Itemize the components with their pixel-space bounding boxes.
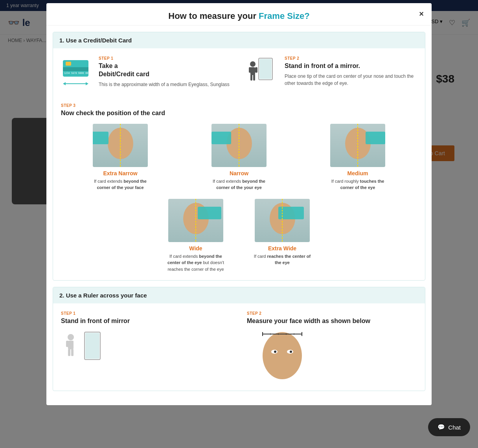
mirror-svg xyxy=(247,56,278,92)
ruler-steps-row: STEP 1 Stand in front of mirror xyxy=(61,311,417,383)
section-ruler: 2. Use a Ruler across your face STEP 1 S… xyxy=(53,287,425,391)
svg-point-22 xyxy=(68,334,74,340)
narrow-label: Narrow xyxy=(208,170,270,176)
extra-narrow-label: Extra Narrow xyxy=(89,170,152,176)
svg-rect-27 xyxy=(71,349,74,356)
step-1-desc: This is the approximate width of a mediu… xyxy=(99,81,230,88)
extra-wide-label: Extra Wide xyxy=(251,245,314,252)
step-3-title-row: STEP 3 Now check the position of the car… xyxy=(61,103,417,118)
extra-wide-image xyxy=(255,199,310,242)
face-item-medium: Medium If card roughly touches the corne… xyxy=(326,124,389,191)
modal-header: How to measure your Frame Size? × xyxy=(46,3,432,26)
ruler-step-1: STEP 1 Stand in front of mirror xyxy=(61,311,231,383)
svg-rect-24 xyxy=(66,341,69,347)
ruler-step1-illustration xyxy=(61,330,231,371)
credit-card-svg: 1234 5678 9000 0000 xyxy=(61,56,90,92)
svg-rect-13 xyxy=(250,74,252,81)
chat-icon: 💬 xyxy=(438,424,445,431)
credit-card-illustration: 1234 5678 9000 0000 xyxy=(61,56,92,92)
step-1-content: STEP 1 Take aDebit/Credit card This is t… xyxy=(99,56,230,88)
section2-body: STEP 1 Stand in front of mirror xyxy=(53,303,425,391)
ruler-step2-illustration xyxy=(247,330,417,383)
frame-size-modal: How to measure your Frame Size? × 1. Use… xyxy=(46,3,432,405)
wide-desc: If card extends beyond the center of the… xyxy=(164,253,227,273)
face-item-extra-narrow: Extra Narrow If card extends beyond the … xyxy=(89,124,152,191)
close-button[interactable]: × xyxy=(419,9,424,18)
medium-label: Medium xyxy=(326,170,389,176)
step-3-label: STEP 3 xyxy=(61,103,417,108)
svg-point-31 xyxy=(274,351,276,353)
face-grid-bottom: Wide If card extends beyond the center o… xyxy=(61,199,417,273)
chat-label: Chat xyxy=(448,424,461,431)
face-item-wide: Wide If card extends beyond the center o… xyxy=(164,199,227,273)
section-credit-card: 1. Use a Credit/Debit Card xyxy=(53,32,425,281)
section1-body: 1234 5678 9000 0000 STEP 1 Take aDebit/C… xyxy=(53,48,425,280)
modal-title: How to measure your Frame Size? xyxy=(54,11,424,21)
step-2-desc: Place one tip of the card on center of y… xyxy=(285,73,417,87)
section1-header: 1. Use a Credit/Debit Card xyxy=(53,32,425,48)
face-item-narrow: Narrow If card extends beyond the corner… xyxy=(208,124,270,191)
step-3-title: Now check the position of the card xyxy=(61,109,417,118)
ruler-step-2-title: Measure your face width as shown below xyxy=(247,317,417,325)
face-item-extra-wide: Extra Wide If card reaches the center of… xyxy=(251,199,314,273)
narrow-desc: If card extends beyond the corner of the… xyxy=(208,178,270,191)
svg-rect-1 xyxy=(63,67,88,71)
ruler-step-1-title: Stand in front of mirror xyxy=(61,317,231,325)
ruler-step-2-label: STEP 2 xyxy=(247,311,417,316)
svg-text:1234 5678 9000 0000: 1234 5678 9000 0000 xyxy=(64,72,90,74)
svg-point-32 xyxy=(290,351,292,353)
svg-rect-26 xyxy=(68,349,70,356)
step-1-item: 1234 5678 9000 0000 STEP 1 Take aDebit/C… xyxy=(61,56,231,92)
svg-rect-12 xyxy=(255,67,257,73)
face-grid-top: Extra Narrow If card extends beyond the … xyxy=(61,124,417,191)
svg-rect-21 xyxy=(85,333,99,359)
svg-rect-11 xyxy=(249,67,251,73)
wide-image xyxy=(168,199,223,242)
extra-narrow-image xyxy=(93,124,148,167)
wide-label: Wide xyxy=(164,245,227,252)
svg-point-28 xyxy=(263,332,302,379)
ruler-step-1-label: STEP 1 xyxy=(61,311,231,316)
mirror-illustration xyxy=(247,56,278,92)
section2-header: 2. Use a Ruler across your face xyxy=(53,287,425,303)
svg-marker-6 xyxy=(86,82,88,85)
step-2-title: Stand in front of a mirror. xyxy=(285,62,417,70)
svg-point-9 xyxy=(250,61,256,67)
extra-wide-desc: If card reaches the center of the eye xyxy=(251,253,314,266)
svg-marker-5 xyxy=(63,82,66,85)
extra-narrow-desc: If card extends beyond the corner of the… xyxy=(89,178,152,191)
narrow-image xyxy=(211,124,267,167)
svg-rect-2 xyxy=(66,62,71,66)
svg-rect-8 xyxy=(259,59,272,79)
step-2-item: STEP 2 Stand in front of a mirror. Place… xyxy=(247,56,417,92)
steps-row-1-2: 1234 5678 9000 0000 STEP 1 Take aDebit/C… xyxy=(61,56,417,92)
step-2-label: STEP 2 xyxy=(285,56,417,61)
ruler-step2-svg xyxy=(247,330,318,381)
chat-button[interactable]: 💬 Chat xyxy=(428,418,470,436)
medium-desc: If card roughly touches the corner of th… xyxy=(326,178,389,191)
medium-image xyxy=(330,124,385,167)
ruler-step-2: STEP 2 Measure your face width as shown … xyxy=(247,311,417,383)
step-1-label: STEP 1 xyxy=(99,56,230,61)
step-1-title: Take aDebit/Credit card xyxy=(99,62,230,79)
svg-rect-25 xyxy=(71,341,74,347)
svg-rect-14 xyxy=(253,74,255,81)
ruler-step1-svg xyxy=(61,330,108,369)
step-2-content: STEP 2 Stand in front of a mirror. Place… xyxy=(285,56,417,87)
